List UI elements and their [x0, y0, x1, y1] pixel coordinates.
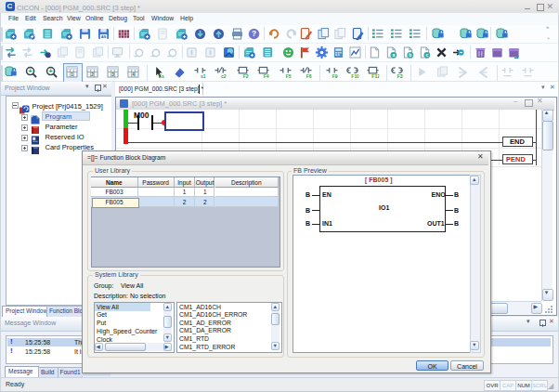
svg-text:+: + [49, 68, 53, 74]
svg-text:s1: s1 [201, 73, 206, 78]
svg-text:4: 4 [132, 72, 135, 77]
svg-text:a: a [392, 52, 395, 58]
svg-text:F6: F6 [306, 73, 312, 78]
svg-text:F12: F12 [371, 73, 379, 78]
svg-text:Es: Es [159, 73, 164, 78]
svg-text:F5: F5 [286, 73, 292, 78]
svg-text:3: 3 [111, 72, 114, 77]
svg-text:1: 1 [71, 72, 73, 77]
svg-text:+: + [29, 68, 32, 74]
svg-text:?: ? [252, 30, 256, 38]
svg-text:F2: F2 [243, 73, 249, 78]
svg-text:F3: F3 [397, 73, 403, 78]
svg-text:AS: AS [101, 34, 107, 39]
svg-text:2: 2 [91, 72, 94, 77]
svg-text:b: b [409, 52, 411, 58]
svg-text:F4: F4 [264, 73, 269, 78]
svg-text:F10: F10 [351, 73, 358, 78]
svg-text:F9: F9 [332, 73, 338, 78]
svg-text:c2: c2 [221, 73, 227, 78]
svg-text:c: c [425, 52, 428, 58]
